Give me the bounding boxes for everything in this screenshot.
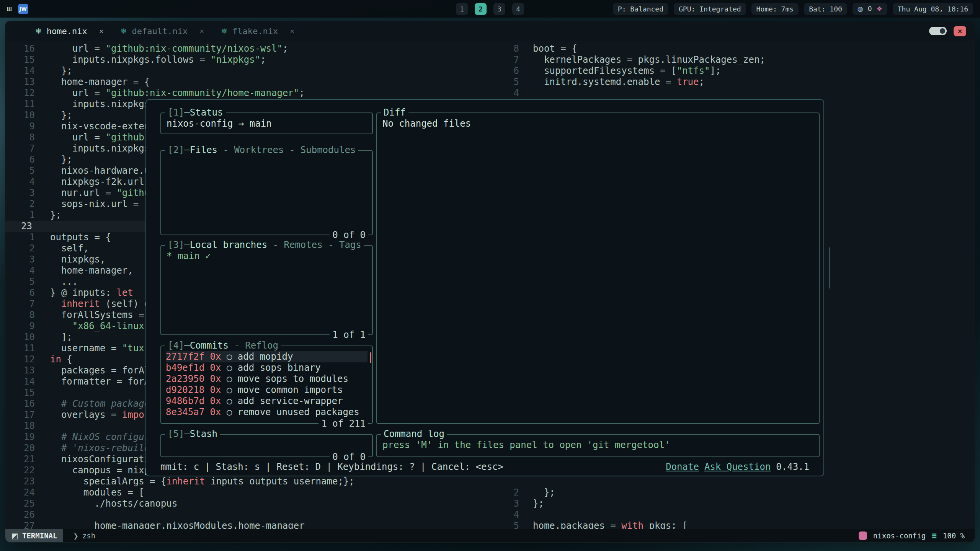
code-line: 12 url = "github:nix-community/home-mana… [5,88,500,99]
branch-row[interactable]: * main ✓ [167,251,368,262]
line-number: 8 [5,132,35,143]
line-number: 3 [5,254,35,265]
lazygit-stash-panel[interactable]: [5]─Stash 0 of 0 [160,434,373,457]
shell-label: zsh [82,531,95,540]
lazygit-diff-panel[interactable]: Diff No changed files [376,112,820,424]
tab-home.nix[interactable]: ❄home.nix× [35,26,104,36]
code-line: 24 modules = [ [5,487,500,498]
code-line: 14 }; [5,65,500,77]
logo-badge[interactable]: JW [18,4,28,14]
tab-close-icon[interactable]: × [290,26,294,36]
command-log-message: press 'M' in the files panel to open 'gi… [382,440,814,451]
commit-row[interactable]: 9486b7d 0x ○ add service-wrapper [166,396,368,407]
line-number: 17 [5,409,35,421]
line-number: 15 [5,54,35,65]
line-number: 21 [5,454,35,465]
lazygit-branches-panel[interactable]: [3]─Local branches - Remotes - Tags * ma… [160,245,373,335]
tab-label: flake.nix [232,26,278,36]
tab-default.nix[interactable]: ❄default.nix× [121,26,204,36]
workspace-button-3[interactable]: 3 [493,3,505,15]
line-number: 14 [5,65,35,77]
code-line: 13 home-manager = { [5,77,500,88]
lazygit-command-log-panel[interactable]: Command log press 'M' in the files panel… [376,434,820,457]
line-number: 5 [500,520,519,529]
lazygit-commits-panel[interactable]: [4]─Commits - Reflog 2717f2f 0x ○ add mo… [160,346,373,424]
line-number: 3 [500,498,519,509]
commit-row[interactable]: 2717f2f 0x ○ add mopidy [166,351,368,362]
window-controls: × [929,26,966,36]
code-line: 15 inputs.nixpkgs.follows = "nixpkgs"; [5,54,500,65]
lazygit-overlay: [1]─Status nixos-config → main [2]─Files… [145,99,824,476]
status-pill[interactable]: P: Balanced [613,3,668,15]
shell-icon: ❯ [73,532,78,540]
line-number: 2 [5,243,35,254]
editor-scrollbar[interactable] [829,247,830,289]
line-number: 10 [5,332,35,343]
files-count: 0 of 0 [330,230,368,241]
line-number: 5 [5,276,35,287]
status-pill[interactable]: Home: 7ms [751,3,799,15]
tabs: ❄home.nix×❄default.nix×❄flake.nix× [35,26,294,36]
status-pill[interactable]: GPU: Integrated [674,3,746,15]
terminal-mode-icon: ◩ [11,531,18,540]
lazygit-files-panel[interactable]: [2]─Files - Worktrees - Submodules 0 of … [160,150,373,235]
line-number: 27 [5,520,35,529]
statusbar-right: nixos-config ≡ 100 % [859,531,975,540]
editor-area: 16 url = "github:nix-community/nixos-wsl… [5,41,975,529]
line-number: 22 [5,465,35,476]
palette-icon[interactable]: ❖ [877,5,882,13]
tab-bar: ❄home.nix×❄default.nix×❄flake.nix× × [5,21,975,41]
lazygit-bottom-line: mmit: c | Stash: s | Reset: D | Keybindi… [160,461,809,473]
diff-empty-message: No changed files [382,118,814,129]
clock[interactable]: Thu Aug 08, 18:16 [893,3,973,15]
commits-scrollbar[interactable] [370,352,371,363]
code-line: 3}; [500,498,975,509]
tab-close-icon[interactable]: × [199,26,204,36]
toggle-pill[interactable] [929,27,947,35]
line-number: 4 [500,509,519,520]
commit-row[interactable]: d920218 0x ○ move common imports [166,385,368,396]
line-number: 7 [500,54,519,65]
commit-row[interactable]: 8e345a7 0x ○ remove unused packages [166,407,368,418]
line-number: 2 [500,487,519,498]
status-pill[interactable]: Bat: 100 [804,3,847,15]
line-number: 4 [5,176,35,187]
network-icon[interactable]: ◍ [858,5,863,13]
line-number: 13 [5,365,35,376]
window-status-bar: ◩ TERMINAL ❯ zsh nixos-config ≡ 100 % [5,529,975,542]
line-number: 9 [5,121,35,132]
session-icon [859,531,867,540]
panel-title-diff: Diff [381,107,408,118]
commits-count: 1 of 211 [318,418,368,429]
tab-close-icon[interactable]: × [99,26,104,36]
line-number: 11 [5,99,35,110]
commit-row[interactable]: 2a23950 0x ○ move sops to modules [166,373,368,385]
workspace-button-1[interactable]: 1 [456,3,468,15]
line-number: 7 [5,298,35,310]
tab-flake.nix[interactable]: ❄flake.nix× [221,26,294,36]
line-number: 6 [5,287,35,298]
lazygit-status-panel[interactable]: [1]─Status nixos-config → main [160,112,373,134]
link-ask-question[interactable]: Ask Question [704,461,771,473]
tab-label: default.nix [132,26,188,36]
workspace-button-4[interactable]: 4 [512,3,524,15]
nix-snowflake-icon: ❄ [35,26,42,36]
updates-badge[interactable]: 0 [868,5,872,13]
panel-title-files: [2]─Files - Worktrees - Submodules [165,145,358,156]
line-number: 10 [5,110,35,121]
topbar-left: ⊞ JW [7,4,28,14]
workspace-button-2[interactable]: 2 [475,3,487,15]
panel-title-commits: [4]─Commits - Reflog [165,340,281,351]
mode-indicator: ◩ TERMINAL [5,529,63,542]
line-number: 12 [5,354,35,365]
commit-row[interactable]: b49ef1d 0x ○ add sops binary [166,362,368,373]
line-number: 6 [500,65,519,77]
nix-snowflake-icon: ❄ [121,26,127,36]
window-close-button[interactable]: × [954,26,966,36]
link-donate[interactable]: Donate [666,461,699,473]
line-number: 23 [5,476,35,487]
line-number: 4 [5,265,35,276]
code-line: 5 initrd.systemd.enable = true; [500,77,975,88]
workspaces: 1234 [456,3,524,15]
app-launcher-icon[interactable]: ⊞ [7,4,12,13]
